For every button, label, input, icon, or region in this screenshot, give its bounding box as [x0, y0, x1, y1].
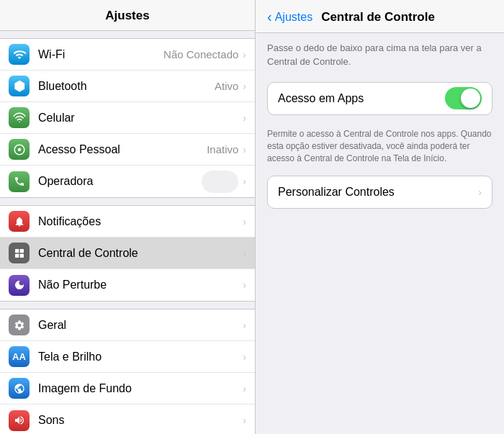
- wifi-chevron: ›: [243, 49, 246, 60]
- customize-controls-row[interactable]: Personalizar Controles ›: [268, 176, 492, 208]
- bluetooth-label: Bluetooth: [38, 80, 215, 93]
- customize-controls-label: Personalizar Controles: [278, 186, 478, 199]
- carrier-label: Operadora: [38, 175, 202, 188]
- sidebar-item-display[interactable]: AA Tela e Brilho ›: [0, 341, 255, 373]
- wifi-icon: [9, 44, 30, 65]
- hotspot-icon: [9, 139, 30, 160]
- general-icon: [9, 315, 30, 335]
- hotspot-chevron: ›: [243, 144, 246, 155]
- intro-text: Passe o dedo de baixo para cima na tela …: [267, 42, 492, 69]
- general-chevron: ›: [243, 320, 246, 331]
- bluetooth-value: Ativo: [215, 80, 238, 92]
- display-label: Tela e Brilho: [38, 351, 243, 363]
- svg-rect-1: [15, 249, 19, 253]
- sidebar-item-cellular[interactable]: Celular ›: [0, 102, 255, 134]
- general-label: Geral: [38, 319, 243, 332]
- access-in-apps-toggle[interactable]: [445, 87, 482, 109]
- sidebar-item-sounds[interactable]: Sons ›: [0, 404, 255, 434]
- do-not-disturb-icon: [9, 275, 30, 296]
- right-panel: ‹ Ajustes Central de Controle Passe o de…: [256, 0, 504, 434]
- access-in-apps-row[interactable]: Acesso em Apps: [268, 83, 492, 114]
- svg-rect-2: [19, 249, 23, 253]
- svg-rect-3: [15, 253, 19, 257]
- svg-point-0: [17, 148, 21, 151]
- back-chevron-icon: ‹: [267, 9, 272, 25]
- sounds-chevron: ›: [243, 415, 246, 426]
- left-panel: Ajustes Wi-Fi Não Conectado › ⬢ Bluetoot…: [0, 0, 256, 434]
- wifi-value: Não Conectado: [163, 48, 238, 60]
- right-panel-title: Central de Controle: [321, 10, 435, 24]
- sidebar-item-wallpaper[interactable]: Imagem de Fundo ›: [0, 373, 255, 404]
- control-center-chevron: ›: [243, 248, 246, 259]
- wallpaper-icon: [9, 378, 30, 399]
- bluetooth-chevron: ›: [243, 81, 246, 92]
- sidebar-item-wifi[interactable]: Wi-Fi Não Conectado ›: [0, 39, 255, 71]
- sidebar-item-hotspot[interactable]: Acesso Pessoal Inativo ›: [0, 134, 255, 166]
- right-header: ‹ Ajustes Central de Controle: [256, 0, 504, 33]
- hotspot-label: Acesso Pessoal: [38, 143, 207, 156]
- display-icon: AA: [9, 346, 30, 367]
- do-not-disturb-chevron: ›: [243, 279, 246, 291]
- notifications-label: Notificações: [38, 215, 243, 228]
- control-center-icon: [9, 243, 30, 263]
- carrier-toggle[interactable]: [202, 171, 238, 193]
- svg-rect-4: [19, 253, 23, 257]
- display-chevron: ›: [243, 351, 246, 363]
- settings-group-3: Geral › AA Tela e Brilho › Imagem de Fun…: [0, 309, 255, 434]
- carrier-chevron: ›: [243, 176, 246, 187]
- sidebar-item-do-not-disturb[interactable]: Não Perturbe ›: [0, 269, 255, 301]
- do-not-disturb-label: Não Perturbe: [38, 279, 243, 291]
- cellular-chevron: ›: [243, 112, 246, 124]
- wallpaper-chevron: ›: [243, 383, 246, 394]
- carrier-icon: [9, 171, 30, 192]
- cellular-label: Celular: [38, 112, 238, 125]
- settings-group-1: Wi-Fi Não Conectado › ⬢ Bluetooth Ativo …: [0, 38, 255, 198]
- access-description: Permite o acesso à Central de Controle n…: [267, 122, 492, 176]
- wallpaper-label: Imagem de Fundo: [38, 382, 243, 395]
- settings-group-2: Notificações › Central de Controle ›: [0, 205, 255, 302]
- cellular-icon: [9, 107, 30, 128]
- right-content: Passe o dedo de baixo para cima na tela …: [256, 33, 504, 225]
- back-label: Ajustes: [275, 11, 312, 24]
- sidebar-item-carrier[interactable]: Operadora ›: [0, 166, 255, 197]
- sidebar-item-general[interactable]: Geral ›: [0, 309, 255, 341]
- customize-controls-group: Personalizar Controles ›: [267, 176, 492, 209]
- wifi-label: Wi-Fi: [38, 48, 163, 61]
- hotspot-value: Inativo: [207, 143, 238, 155]
- left-header: Ajustes: [0, 0, 255, 31]
- access-in-apps-group: Acesso em Apps: [267, 82, 492, 115]
- back-button[interactable]: ‹ Ajustes: [267, 9, 312, 25]
- control-center-label: Central de Controle: [38, 247, 243, 260]
- customize-controls-chevron: ›: [478, 186, 482, 198]
- bluetooth-icon: ⬢: [9, 76, 30, 96]
- sidebar-item-control-center[interactable]: Central de Controle ›: [0, 238, 255, 269]
- notifications-chevron: ›: [243, 216, 246, 227]
- notifications-icon: [9, 211, 30, 232]
- sounds-label: Sons: [38, 414, 243, 427]
- sounds-icon: [9, 410, 30, 431]
- sidebar-item-bluetooth[interactable]: ⬢ Bluetooth Ativo ›: [0, 71, 255, 102]
- sidebar-item-notifications[interactable]: Notificações ›: [0, 206, 255, 238]
- access-in-apps-label: Acesso em Apps: [278, 92, 445, 105]
